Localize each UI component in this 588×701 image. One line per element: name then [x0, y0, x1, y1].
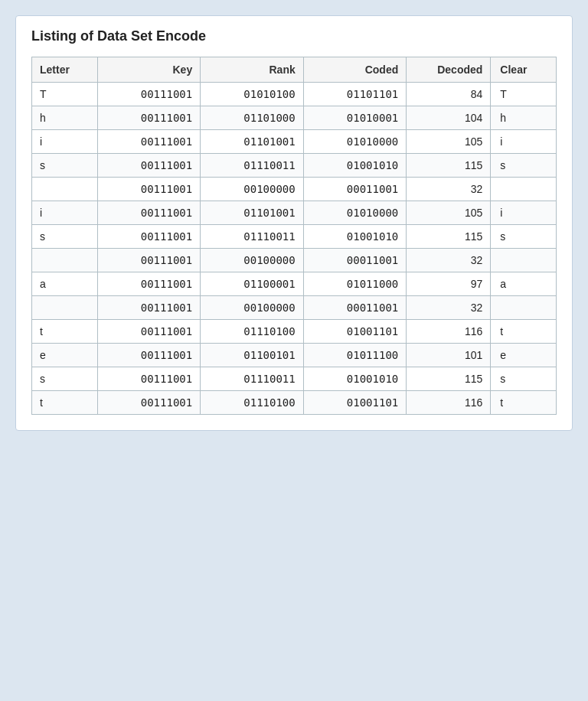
main-container: Listing of Data Set Encode Letter Key Ra… — [15, 15, 573, 431]
table-cell: 115 — [407, 225, 491, 249]
table-cell: s — [491, 367, 557, 391]
table-cell: t — [491, 391, 557, 415]
table-cell: 01010000 — [303, 130, 407, 154]
table-cell: 01101001 — [201, 201, 304, 225]
table-cell: 00111001 — [97, 83, 201, 106]
table-row: i001110010110100101010000105i — [32, 130, 557, 154]
table-cell: 00111001 — [97, 154, 201, 178]
table-cell: 01110011 — [201, 225, 304, 249]
table-cell: T — [491, 83, 557, 106]
table-cell: 00111001 — [97, 344, 201, 367]
table-cell: 00111001 — [97, 320, 201, 344]
table-cell: 00111001 — [97, 367, 201, 391]
table-cell: 00011001 — [303, 249, 407, 272]
table-cell: s — [32, 154, 98, 178]
table-cell: 32 — [407, 249, 491, 272]
table-cell: 01010001 — [303, 106, 407, 130]
table-cell: 00111001 — [97, 225, 201, 249]
table-cell: 01100001 — [201, 272, 304, 296]
table-cell: 115 — [407, 367, 491, 391]
table-row: 00111001001000000001100132 — [32, 178, 557, 201]
table-cell: 00111001 — [97, 130, 201, 154]
table-cell: i — [32, 201, 98, 225]
table-cell: i — [491, 130, 557, 154]
table-cell: a — [32, 272, 98, 296]
table-row: t001110010111010001001101116t — [32, 391, 557, 415]
table-cell: t — [32, 320, 98, 344]
table-cell: 97 — [407, 272, 491, 296]
table-row: 00111001001000000001100132 — [32, 249, 557, 272]
table-cell: 00100000 — [201, 296, 304, 320]
table-cell — [491, 178, 557, 201]
table-cell: i — [32, 130, 98, 154]
table-cell — [32, 178, 98, 201]
table-cell: 01011000 — [303, 272, 407, 296]
col-header-coded: Coded — [303, 57, 407, 83]
table-row: t001110010111010001001101116t — [32, 320, 557, 344]
table-cell: 32 — [407, 178, 491, 201]
table-row: s001110010111001101001010115s — [32, 154, 557, 178]
col-header-letter: Letter — [32, 57, 98, 83]
table-cell: i — [491, 201, 557, 225]
col-header-rank: Rank — [201, 57, 304, 83]
col-header-decoded: Decoded — [407, 57, 491, 83]
table-cell — [491, 249, 557, 272]
table-cell: 01001010 — [303, 225, 407, 249]
table-cell: 104 — [407, 106, 491, 130]
table-cell: s — [32, 225, 98, 249]
table-cell: 01010100 — [201, 83, 304, 106]
table-cell: h — [32, 106, 98, 130]
table-cell: e — [491, 344, 557, 367]
table-cell: 01110011 — [201, 367, 304, 391]
table-row: T00111001010101000110110184T — [32, 83, 557, 106]
table-cell: 105 — [407, 201, 491, 225]
table-cell: 00111001 — [97, 178, 201, 201]
table-cell: 115 — [407, 154, 491, 178]
table-cell: 105 — [407, 130, 491, 154]
table-cell: 00011001 — [303, 296, 407, 320]
table-cell: 00111001 — [97, 201, 201, 225]
table-cell: 00111001 — [97, 106, 201, 130]
table-cell: a — [491, 272, 557, 296]
table-header-row: Letter Key Rank Coded Decoded Clear — [32, 57, 557, 83]
table-cell: 01110100 — [201, 320, 304, 344]
table-cell: s — [491, 154, 557, 178]
table-row: a00111001011000010101100097a — [32, 272, 557, 296]
table-cell: 01110011 — [201, 154, 304, 178]
table-cell: 32 — [407, 296, 491, 320]
table-cell: h — [491, 106, 557, 130]
table-cell: 00111001 — [97, 296, 201, 320]
table-cell: 01100101 — [201, 344, 304, 367]
table-cell: 01101001 — [201, 130, 304, 154]
table-cell: 116 — [407, 320, 491, 344]
table-row: h001110010110100001010001104h — [32, 106, 557, 130]
table-row: e001110010110010101011100101e — [32, 344, 557, 367]
table-cell: 00100000 — [201, 249, 304, 272]
table-cell: 01101101 — [303, 83, 407, 106]
table-row: s001110010111001101001010115s — [32, 225, 557, 249]
table-cell: 01001010 — [303, 367, 407, 391]
table-cell: 01001010 — [303, 154, 407, 178]
table-cell: 01101000 — [201, 106, 304, 130]
table-cell: 01001101 — [303, 320, 407, 344]
page-title: Listing of Data Set Encode — [31, 28, 557, 44]
table-cell: e — [32, 344, 98, 367]
table-cell: 00100000 — [201, 178, 304, 201]
table-cell: 00111001 — [97, 272, 201, 296]
table-cell: 101 — [407, 344, 491, 367]
table-cell: 116 — [407, 391, 491, 415]
table-row: s001110010111001101001010115s — [32, 367, 557, 391]
table-cell: s — [32, 367, 98, 391]
table-cell: 01110100 — [201, 391, 304, 415]
col-header-key: Key — [97, 57, 201, 83]
table-row: 00111001001000000001100132 — [32, 296, 557, 320]
table-cell: 01011100 — [303, 344, 407, 367]
table-cell — [32, 249, 98, 272]
col-header-clear: Clear — [491, 57, 557, 83]
table-cell: 00111001 — [97, 249, 201, 272]
table-cell — [491, 296, 557, 320]
table-cell: t — [32, 391, 98, 415]
encode-table: Letter Key Rank Coded Decoded Clear T001… — [31, 57, 557, 415]
table-cell: T — [32, 83, 98, 106]
table-row: i001110010110100101010000105i — [32, 201, 557, 225]
